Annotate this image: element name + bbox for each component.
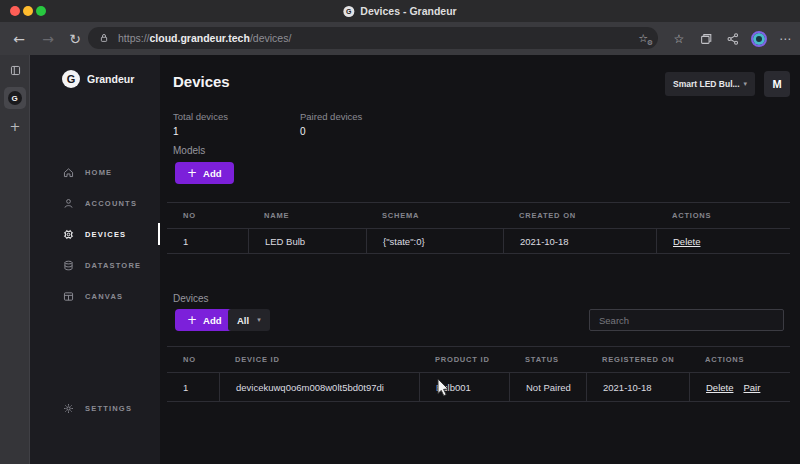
column-header: DEVICE ID xyxy=(219,347,419,372)
models-section-title: Models xyxy=(173,145,205,156)
chevron-down-icon: ▾ xyxy=(257,316,261,324)
url-text: https://cloud.grandeur.tech/devices/ xyxy=(118,32,291,44)
model-name: LED Bulb xyxy=(248,229,366,253)
vertical-tab-strip: G + xyxy=(0,55,30,464)
lock-icon xyxy=(98,32,110,44)
pair-device-link[interactable]: Pair xyxy=(743,382,760,393)
model-actions: Delete xyxy=(656,229,790,253)
stat-value: 1 xyxy=(173,126,228,137)
url-domain: cloud.grandeur.tech xyxy=(150,32,250,44)
column-header: STATUS xyxy=(509,347,586,372)
devices-table: NO DEVICE ID PRODUCT ID STATUS REGISTERE… xyxy=(167,346,790,402)
devices-table-header: NO DEVICE ID PRODUCT ID STATUS REGISTERE… xyxy=(167,347,790,373)
collections-icon[interactable] xyxy=(697,30,715,48)
device-product-id: Bulb001 xyxy=(419,373,509,401)
plus-icon: + xyxy=(187,167,197,179)
column-header: CREATED ON xyxy=(503,203,656,228)
device-search-input[interactable] xyxy=(589,309,784,331)
browser-profile-avatar[interactable] xyxy=(751,31,767,47)
device-status: Not Paired xyxy=(509,373,586,401)
app-sidebar: G Grandeur HOME ACCOUNTS DEVICES DATASTO… xyxy=(30,55,160,464)
tab-favicon: G xyxy=(343,6,354,17)
sidebar-item-accounts[interactable]: ACCOUNTS xyxy=(30,188,160,219)
project-selector-dropdown[interactable]: Smart LED Bul... ▾ xyxy=(665,72,755,96)
home-icon xyxy=(62,166,75,179)
sidebar-item-label: SETTINGS xyxy=(85,404,132,413)
datastore-icon xyxy=(62,259,75,272)
stat-value: 0 xyxy=(300,126,362,137)
model-created-on: 2021-10-18 xyxy=(503,229,656,253)
more-menu-icon[interactable]: ⋯ xyxy=(776,30,794,48)
share-icon[interactable] xyxy=(724,30,742,48)
column-header: NO xyxy=(167,203,248,228)
stat-total-devices: Total devices 1 xyxy=(173,111,228,137)
active-tab-thumbnail[interactable]: G xyxy=(4,87,26,109)
models-table: NO NAME SCHEMA CREATED ON ACTIONS 1 LED … xyxy=(167,202,790,254)
window-close-button[interactable] xyxy=(10,6,20,16)
grandeur-logo-icon: G xyxy=(62,70,80,88)
delete-model-link[interactable]: Delete xyxy=(673,236,700,247)
canvas-icon xyxy=(62,290,75,303)
browser-tab[interactable]: G Devices - Grandeur xyxy=(343,0,456,22)
window-zoom-button[interactable] xyxy=(36,6,46,16)
sidebar-item-label: CANVAS xyxy=(85,292,123,301)
column-header: NO xyxy=(167,347,219,372)
url-path: /devices/ xyxy=(250,32,291,44)
sidebar-item-label: DEVICES xyxy=(85,230,126,239)
column-header: REGISTERED ON xyxy=(586,347,689,372)
accounts-icon xyxy=(62,197,75,210)
stat-paired-devices: Paired devices 0 xyxy=(300,111,362,137)
window-minimize-button[interactable] xyxy=(23,6,33,16)
add-device-button[interactable]: + Add xyxy=(175,309,234,331)
devices-section-title: Devices xyxy=(173,293,209,304)
column-header: ACTIONS xyxy=(689,347,790,372)
stat-label: Paired devices xyxy=(300,111,362,122)
tab-favicon-dark: G xyxy=(8,91,22,105)
sidebar-item-label: ACCOUNTS xyxy=(85,199,137,208)
model-schema: {"state":0} xyxy=(366,229,503,253)
device-actions: Delete Pair xyxy=(689,373,790,401)
device-no: 1 xyxy=(167,373,219,401)
devices-icon xyxy=(62,228,75,241)
column-header: NAME xyxy=(248,203,366,228)
sidebar-item-home[interactable]: HOME xyxy=(30,157,160,188)
sidebar-item-label: HOME xyxy=(85,168,112,177)
account-avatar-button[interactable]: M xyxy=(764,71,790,97)
url-protocol: https:// xyxy=(118,32,150,44)
app-main: Devices Smart LED Bul... ▾ M Total devic… xyxy=(160,55,800,464)
sidebar-nav: HOME ACCOUNTS DEVICES DATASTORE CANVAS xyxy=(30,157,160,312)
sidebar-item-datastore[interactable]: DATASTORE xyxy=(30,250,160,281)
devices-table-row: 1 devicekuwq0o6m008w0lt5bd0t97di Bulb001… xyxy=(167,373,790,402)
plus-icon: + xyxy=(187,314,197,326)
column-header: ACTIONS xyxy=(656,203,790,228)
sidebar-item-settings[interactable]: SETTINGS xyxy=(30,393,160,424)
device-filter-dropdown[interactable]: All ▾ xyxy=(228,309,270,331)
models-table-header: NO NAME SCHEMA CREATED ON ACTIONS xyxy=(167,203,790,229)
column-header: PRODUCT ID xyxy=(419,347,509,372)
toolbar-actions: ☆ ⋯ xyxy=(670,22,794,55)
vertical-tabs-icon[interactable] xyxy=(0,59,30,81)
sidebar-item-label: DATASTORE xyxy=(85,261,141,270)
model-no: 1 xyxy=(167,229,248,253)
new-tab-button[interactable]: + xyxy=(0,115,30,137)
delete-device-link[interactable]: Delete xyxy=(706,382,733,393)
models-table-row: 1 LED Bulb {"state":0} 2021-10-18 Delete xyxy=(167,229,790,254)
sidebar-item-canvas[interactable]: CANVAS xyxy=(30,281,160,312)
refresh-button[interactable]: ↻ xyxy=(64,22,86,55)
bookmark-star-icon[interactable]: ☆⚙ xyxy=(638,33,648,44)
brand-name: Grandeur xyxy=(87,73,134,85)
sidebar-item-devices[interactable]: DEVICES xyxy=(30,219,160,250)
sidebar-nav-bottom: SETTINGS xyxy=(30,393,160,424)
project-selector-value: Smart LED Bul... xyxy=(673,79,740,89)
browser-tab-bar: G Devices - Grandeur xyxy=(0,0,800,22)
favorites-icon[interactable]: ☆ xyxy=(670,30,688,48)
window-controls xyxy=(10,6,46,16)
browser-toolbar: ← → ↻ https://cloud.grandeur.tech/device… xyxy=(0,22,800,55)
device-registered-on: 2021-10-18 xyxy=(586,373,689,401)
address-bar[interactable]: https://cloud.grandeur.tech/devices/ ☆⚙ xyxy=(88,27,658,49)
column-header: SCHEMA xyxy=(366,203,503,228)
back-button[interactable]: ← xyxy=(8,22,30,55)
page-title: Devices xyxy=(173,73,230,90)
settings-gear-icon xyxy=(62,402,75,415)
add-model-button[interactable]: + Add xyxy=(175,162,234,184)
